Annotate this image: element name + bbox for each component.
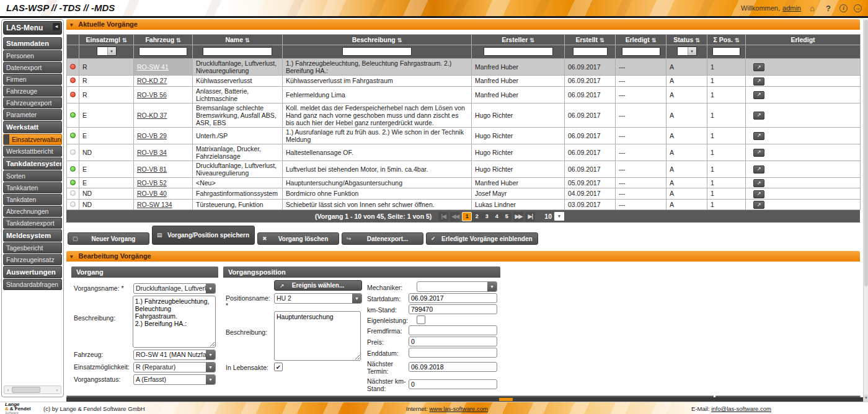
help-icon[interactable]: ? [823,3,833,13]
einsatzmoeglichkeit-select[interactable]: R (Reparatur)▼ [133,362,216,372]
sidebar-item[interactable]: Tankkarten [3,182,62,193]
vorgangsname-select[interactable]: Druckluftanlage, Luftverlust, Ni▼ [133,283,216,294]
filter-erstellt-input[interactable] [573,47,608,56]
table-row[interactable]: ND RO-VB 34 Matrixanlage, Drucker, Fahrz… [67,144,861,161]
sidebar-item[interactable]: Tankdatenexport [3,218,62,229]
page-first-button[interactable]: |◀ [438,212,448,221]
vertical-scrollbar[interactable]: ▼ [863,19,868,402]
sidebar-item[interactable]: Einsatzverwaltung [3,134,62,145]
filter-erledigt-input[interactable] [622,47,660,56]
sidebar-item[interactable]: Sorten [3,170,62,182]
erledigt-action-button[interactable]: ↗ [753,190,764,198]
scroll-right-icon[interactable]: › [53,387,61,393]
vorgang-loeschen-button[interactable]: ✖Vorgang löschen [257,232,339,245]
naechster-termin-input[interactable] [409,362,497,372]
panel-header-bearbeitung-vorgaenge[interactable]: ▾ Bearbeitung Vorgänge [66,251,860,262]
horizontal-scrollbar[interactable] [66,397,864,402]
table-row[interactable]: E RO-VB 81 Druckluftanlage, Luftverlust,… [67,161,861,177]
erledigt-action-button[interactable]: ↗ [753,112,764,120]
col-header-sum-pos[interactable]: Σ Pos.⇅ [707,35,746,45]
col-header-beschreibung[interactable]: Beschreibung⇅ [283,35,472,45]
sidebar-item[interactable]: Werkstattbericht [3,146,62,157]
table-row[interactable]: R RO-KD 27 Kühlwasserverlusst Kühlwasser… [67,76,861,87]
col-header-einsatzmgl[interactable]: Einsatzmgl⇅ [79,35,134,45]
erledigt-action-button[interactable]: ↗ [753,63,764,71]
sidebar-item[interactable]: Stammdaten [3,37,62,50]
fremdfirma-input[interactable] [409,325,497,335]
fahrzeug-link[interactable]: RO-VB 81 [137,165,167,173]
filter-ersteller-input[interactable] [484,47,553,56]
col-header-status[interactable]: Status⇅ [666,35,707,45]
enddatum-input[interactable] [409,348,497,358]
erledigt-action-button[interactable]: ↗ [753,201,764,209]
filter-beschreibung-input[interactable] [342,47,412,56]
col-header-fahrzeug[interactable]: Fahrzeug⇅ [134,35,193,45]
startdatum-input[interactable] [409,293,497,303]
erledigt-action-button[interactable]: ↗ [753,165,764,174]
sidebar-item[interactable]: Standardabfragen [3,279,62,290]
page-number-button[interactable]: 5 [502,212,512,221]
page-number-button[interactable]: 1 [462,212,472,221]
sidebar-item[interactable]: Fahrzeuge [3,86,62,97]
positionsname-select[interactable]: HU 2▼ [274,293,362,304]
sidebar-item[interactable]: Tankdatensystem [3,157,62,170]
table-row[interactable]: E RO-KD 37 Bremsanlage schlechte Bremswi… [67,103,861,127]
table-row[interactable]: R RO-SW 41 Druckluftanlage, Luftverlust,… [67,59,861,76]
sidebar-item[interactable]: Fahrzeugexport [3,97,62,108]
erledigt-action-button[interactable]: ↗ [753,77,764,86]
sidebar-item[interactable]: Tagesbericht [3,242,62,253]
sidebar-item[interactable]: Personen [3,50,62,61]
sidebar-horizontal-scrollbar[interactable]: ‹ › [4,385,61,394]
page-last-button[interactable]: ▶| [525,212,535,221]
fahrzeug-link[interactable]: RO-SW 134 [137,201,172,208]
fahrzeug-link[interactable]: RO-VB 34 [137,149,167,156]
fahrzeug-link[interactable]: RO-VB 52 [137,179,167,187]
page-number-button[interactable]: 4 [492,212,502,221]
eigenleistung-checkbox[interactable] [417,315,425,324]
sidebar-collapse-icon[interactable]: ◂ [53,23,60,30]
table-row[interactable]: ND RO-SW 134 Türsteuerung, Funktion Schi… [67,199,861,210]
panel-header-aktuelle-vorgaenge[interactable]: ▾ Aktuelle Vorgänge [66,19,860,30]
fahrzeug-link[interactable]: RO-KD 27 [137,77,167,84]
scrollbar-thumb[interactable] [499,398,513,401]
scrollbar-thumb[interactable] [864,20,868,286]
table-row[interactable]: E RO-VB 52 <Neu> Hauptuntersuchung/Abgas… [67,177,861,188]
fahrzeug-link[interactable]: RO-SW 41 [137,63,169,71]
vorgang-beschreibung-textarea[interactable]: 1.) Fahrzeugbeleuchtung, Beleuchtung Fah… [133,296,216,348]
table-row[interactable]: R RO-VB 56 Anlasser, Batterie, Lichtmasc… [67,86,861,103]
scroll-left-icon[interactable]: ‹ [4,387,12,393]
fahrzeug-link[interactable]: RO-KD 37 [137,112,167,119]
page-number-button[interactable]: 3 [482,212,492,221]
home-icon[interactable]: ⌂ [807,3,817,13]
lebensakte-checkbox[interactable]: ✔ [274,363,283,371]
table-row[interactable]: E RO-VB 29 Unterh./SP 1.) Ausrufanlage r… [67,127,861,144]
page-size-dropdown[interactable]: ▾ [554,212,564,221]
vorgang-speichern-button[interactable]: ▤Vorgang/Position speichern [152,226,255,245]
sidebar-item[interactable]: Datenexport [3,62,62,73]
filter-status-select[interactable]: ▾ [677,46,697,56]
erledigt-action-button[interactable]: ↗ [753,91,764,99]
sidebar-item[interactable]: Fahrzeugeinsatz [3,254,62,265]
erledigt-action-button[interactable]: ↗ [753,149,764,157]
sidebar-item[interactable]: Werkstatt [3,121,62,133]
scrollbar-thumb[interactable] [12,387,40,393]
fahrzeug-link[interactable]: RO-VB 40 [137,190,167,197]
sidebar-item[interactable]: Meldesystem [3,229,62,242]
sidebar-item[interactable]: Abrechnungen [3,206,62,217]
sidebar-item[interactable]: Firmen [3,74,62,85]
erledigte-einblenden-button[interactable]: ✔Erledigte Vorgänge einblenden [426,232,538,245]
filter-sum-pos-input[interactable] [712,47,740,56]
mechaniker-select[interactable]: ▼ [417,281,497,292]
fahrzeug-link[interactable]: RO-VB 56 [137,91,167,99]
sidebar-item[interactable]: Parameter [3,109,62,120]
datenexport-button[interactable]: ↪Datenexport... [342,232,423,245]
naechster-km-stand-input[interactable] [409,379,497,389]
col-header-erstellt[interactable]: Erstellt⇅ [565,35,616,45]
page-next-button[interactable]: ▶▶ [513,212,523,221]
email-link[interactable]: info@las-software.com [711,405,771,412]
fahrzeug-link[interactable]: RO-VB 29 [137,132,167,139]
website-link[interactable]: www.las-software.com [430,405,489,412]
erledigt-action-button[interactable]: ↗ [753,132,764,140]
erledigt-action-button[interactable]: ↗ [753,179,764,187]
page-prev-button[interactable]: ◀◀ [450,212,460,221]
